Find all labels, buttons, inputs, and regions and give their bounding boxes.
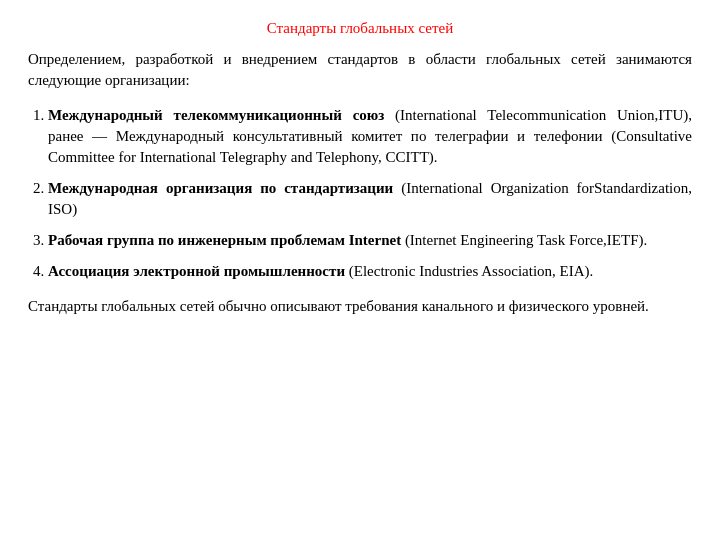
item-1-bold: Международный телекоммуникационный союз [48,107,384,123]
list-item: Международный телекоммуникационный союз … [48,105,692,168]
item-4-rest: (Electronic Industries Association, EIA)… [345,263,593,279]
list-item: Ассоциация электронной промышленности (E… [48,261,692,282]
footer-text: Стандарты глобальных сетей обычно описыв… [28,296,692,317]
intro-text: Определением, разработкой и внедрением с… [28,49,692,91]
item-4-bold: Ассоциация электронной промышленности [48,263,345,279]
item-3-bold: Рабочая группа по инженерным проблемам I… [48,232,401,248]
list-item: Рабочая группа по инженерным проблемам I… [48,230,692,251]
item-3-rest: (Internet Engineering Task Force,IETF). [401,232,647,248]
list-item: Международная организация по стандартиза… [48,178,692,220]
item-2-bold: Международная организация по стандартиза… [48,180,393,196]
page: Стандарты глобальных сетей Определением,… [0,0,720,540]
standards-list: Международный телекоммуникационный союз … [48,105,692,282]
page-title: Стандарты глобальных сетей [28,18,692,39]
